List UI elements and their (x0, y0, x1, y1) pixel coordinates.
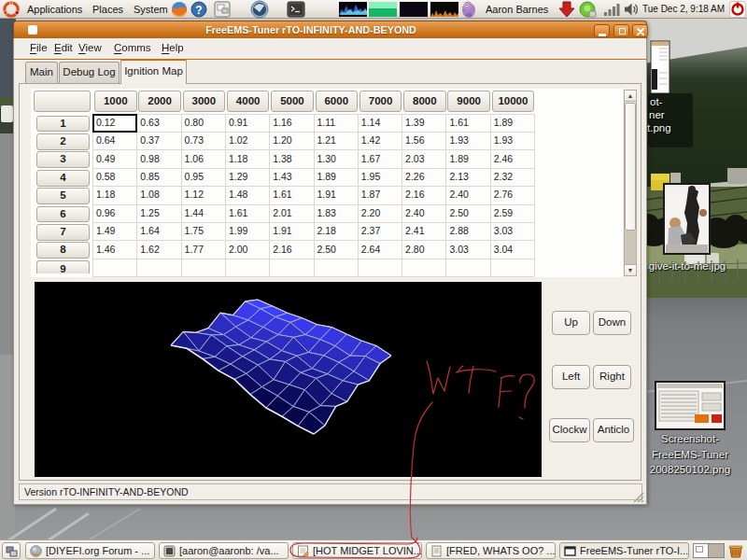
svg-text:?: ? (195, 4, 202, 17)
